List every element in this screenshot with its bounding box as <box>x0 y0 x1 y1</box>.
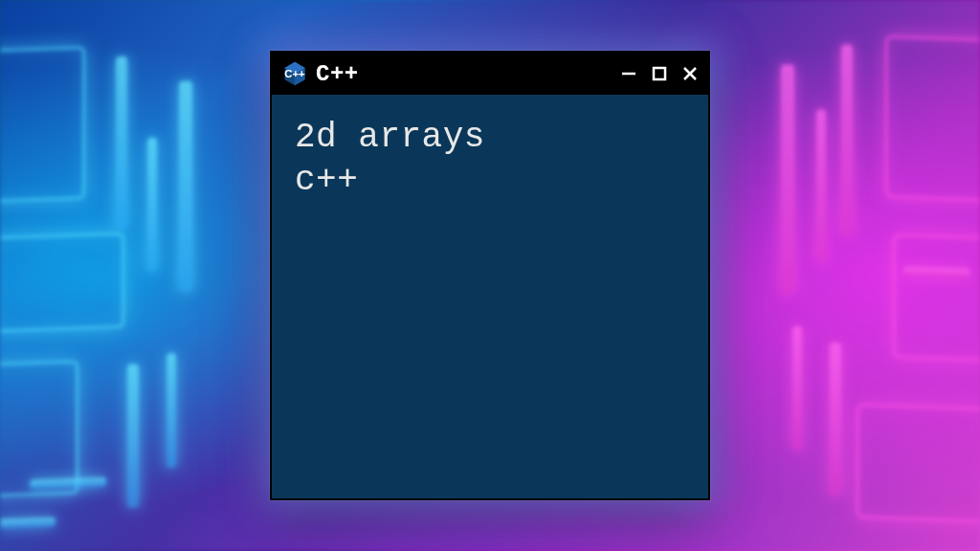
terminal-body: 2d arrays c++ <box>272 95 708 223</box>
titlebar[interactable]: C++ C++ <box>272 53 708 95</box>
minimize-button[interactable] <box>620 65 637 82</box>
window-controls <box>620 65 699 82</box>
terminal-window: C++ C++ 2d arrays c++ <box>270 51 710 500</box>
svg-text:C++: C++ <box>284 68 305 79</box>
content-line-1: 2d arrays <box>295 116 685 159</box>
content-line-2: c++ <box>295 159 685 202</box>
maximize-button[interactable] <box>651 65 668 82</box>
close-button[interactable] <box>681 65 699 82</box>
cpp-logo-icon: C++ <box>281 60 308 87</box>
svg-rect-5 <box>654 68 665 79</box>
window-title: C++ <box>316 61 359 87</box>
